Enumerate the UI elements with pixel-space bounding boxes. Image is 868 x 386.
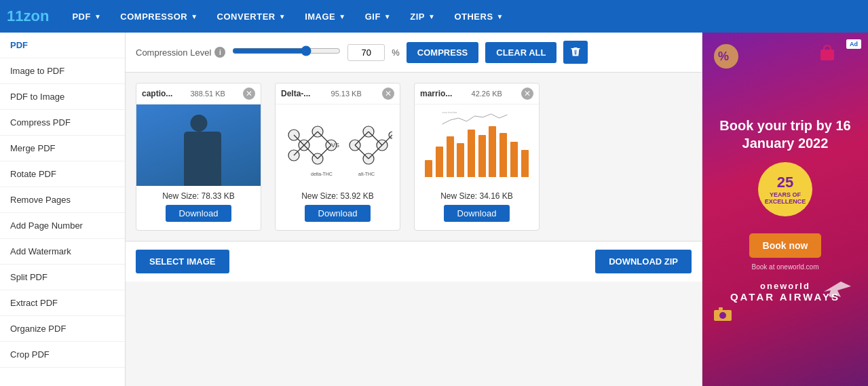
ad-years-text: YEARS OF EXCELLENCE bbox=[758, 191, 812, 205]
bottom-bar: SELECT IMAGE DOWNLOAD ZIP bbox=[126, 241, 702, 282]
svg-line-7 bbox=[318, 132, 331, 145]
sidebar-item-merge-pdf[interactable]: Merge PDF bbox=[0, 136, 125, 161]
sidebar-item-rotate-pdf[interactable]: Rotate PDF bbox=[0, 161, 125, 187]
file-size-0: 388.51 KB bbox=[190, 90, 225, 98]
svg-line-19 bbox=[369, 132, 382, 145]
thumb-molecule: VS bbox=[276, 104, 400, 186]
svg-point-30 bbox=[719, 312, 726, 319]
svg-line-21 bbox=[355, 145, 369, 159]
percent-icon: % bbox=[713, 43, 740, 70]
ad-panel: Ad % Book your trip by 16 January 2022 2… bbox=[702, 33, 868, 386]
compression-slider[interactable] bbox=[232, 45, 341, 56]
nav-compressor[interactable]: COMPRESSOR ▼ bbox=[111, 0, 207, 33]
toolbar: Compression Level i % COMPRESS CLEAR ALL bbox=[126, 33, 702, 73]
svg-text:delta-THC: delta-THC bbox=[311, 172, 333, 176]
download-btn-2[interactable]: Download bbox=[444, 205, 510, 222]
sidebar-item-split-pdf[interactable]: Split PDF bbox=[0, 265, 125, 290]
file-thumbnail-2: mario chart data bbox=[415, 104, 539, 186]
file-thumbnail-1: VS bbox=[276, 104, 400, 186]
file-header-1: Delta-... 95.13 KB ✕ bbox=[276, 83, 400, 104]
download-zip-button[interactable]: DOWNLOAD ZIP bbox=[595, 250, 692, 273]
select-image-button[interactable]: SELECT IMAGE bbox=[136, 250, 229, 273]
file-card-1: Delta-... 95.13 KB ✕ bbox=[275, 83, 400, 231]
nav-image[interactable]: IMAGE ▼ bbox=[295, 0, 356, 33]
file-size-1: 95.13 KB bbox=[331, 90, 362, 98]
nav-others[interactable]: OTHERS ▼ bbox=[445, 0, 513, 33]
sidebar-item-add-page-number[interactable]: Add Page Number bbox=[0, 213, 125, 239]
files-grid: captio... 388.51 KB ✕ N bbox=[136, 83, 692, 231]
trash-icon bbox=[570, 47, 581, 58]
download-btn-1[interactable]: Download bbox=[305, 205, 371, 222]
sidebar-item-organize-pdf[interactable]: Organize PDF bbox=[0, 316, 125, 342]
plane-icon bbox=[820, 278, 854, 302]
compress-button[interactable]: COMPRESS bbox=[407, 42, 478, 63]
close-btn-0[interactable]: ✕ bbox=[243, 88, 255, 100]
sidebar-item-crop-pdf[interactable]: Crop PDF bbox=[0, 342, 125, 368]
nav-converter-arrow: ▼ bbox=[279, 13, 286, 20]
percent-sign: % bbox=[392, 47, 400, 58]
sidebar-item-compress-pdf[interactable]: Compress PDF bbox=[0, 110, 125, 136]
file-name-2: marrio... bbox=[420, 89, 452, 98]
svg-text:%: % bbox=[718, 50, 729, 63]
camera-icon bbox=[713, 305, 733, 322]
thumb-person bbox=[136, 104, 261, 186]
nav-zip-arrow: ▼ bbox=[428, 13, 435, 20]
header: 11zon PDF ▼ COMPRESSOR ▼ CONVERTER ▼ IMA… bbox=[0, 0, 868, 33]
ad-content: Ad % Book your trip by 16 January 2022 2… bbox=[702, 33, 868, 386]
svg-line-8 bbox=[318, 145, 331, 159]
content-area: Compression Level i % COMPRESS CLEAR ALL bbox=[126, 33, 702, 386]
ad-years-badge: 25 YEARS OF EXCELLENCE bbox=[758, 162, 812, 216]
file-thumbnail-0 bbox=[136, 104, 261, 186]
logo[interactable]: 11zon bbox=[7, 7, 49, 25]
close-btn-2[interactable]: ✕ bbox=[521, 88, 533, 100]
nav-gif[interactable]: GIF ▼ bbox=[356, 0, 401, 33]
sidebar-item-image-to-pdf[interactable]: Image to PDF bbox=[0, 58, 125, 84]
file-size-2: 42.26 KB bbox=[472, 90, 502, 98]
scroll-content: captio... 388.51 KB ✕ N bbox=[126, 73, 702, 241]
info-icon[interactable]: i bbox=[214, 47, 225, 58]
nav-pdf-arrow: ▼ bbox=[94, 13, 101, 20]
logo-accent: o bbox=[31, 7, 39, 24]
nav-converter[interactable]: CONVERTER ▼ bbox=[208, 0, 296, 33]
bag-icon bbox=[817, 43, 837, 63]
sidebar-item-pdf-to-image[interactable]: PDF to Image bbox=[0, 84, 125, 110]
sidebar-item-remove-pages[interactable]: Remove Pages bbox=[0, 187, 125, 213]
sidebar-item-extract-pdf[interactable]: Extract PDF bbox=[0, 290, 125, 316]
svg-text:alt-THC: alt-THC bbox=[358, 172, 375, 176]
svg-line-6 bbox=[304, 132, 318, 145]
nav-pdf[interactable]: PDF ▼ bbox=[62, 0, 111, 33]
close-btn-1[interactable]: ✕ bbox=[382, 88, 394, 100]
ad-sub-text: Book at oneworld.com bbox=[752, 263, 819, 271]
compression-label: Compression Level i bbox=[136, 47, 225, 58]
trash-button[interactable] bbox=[563, 41, 588, 64]
logo-text-end: n bbox=[40, 7, 49, 24]
ad-book-button[interactable]: Book now bbox=[749, 233, 822, 258]
line-chart-svg: mario chart data bbox=[420, 110, 533, 126]
svg-rect-28 bbox=[820, 50, 834, 60]
main-nav: PDF ▼ COMPRESSOR ▼ CONVERTER ▼ IMAGE ▼ G… bbox=[62, 0, 513, 33]
logo-text-start: 11z bbox=[7, 7, 31, 24]
clear-all-button[interactable]: CLEAR ALL bbox=[485, 42, 556, 63]
svg-rect-31 bbox=[719, 307, 723, 310]
download-btn-0[interactable]: Download bbox=[166, 205, 232, 222]
svg-text:mario chart data: mario chart data bbox=[442, 111, 457, 114]
sidebar-item-pdf[interactable]: PDF bbox=[0, 33, 125, 58]
sidebar: PDF Image to PDF PDF to Image Compress P… bbox=[0, 33, 126, 386]
nav-compressor-arrow: ▼ bbox=[191, 13, 197, 20]
nav-zip[interactable]: ZIP ▼ bbox=[400, 0, 445, 33]
slider-container bbox=[232, 45, 341, 59]
file-new-size-1: New Size: 53.92 KB bbox=[276, 191, 400, 201]
files-area: captio... 388.51 KB ✕ N bbox=[126, 73, 702, 241]
ad-badge: Ad bbox=[846, 39, 861, 49]
nav-image-arrow: ▼ bbox=[339, 13, 345, 20]
svg-line-20 bbox=[369, 145, 382, 159]
nav-others-arrow: ▼ bbox=[497, 13, 504, 20]
ad-title: Book your trip by 16 January 2022 bbox=[716, 117, 854, 152]
svg-line-9 bbox=[304, 145, 318, 159]
file-card-0: captio... 388.51 KB ✕ N bbox=[136, 83, 261, 231]
file-name-0: captio... bbox=[142, 89, 172, 98]
compression-value-input[interactable] bbox=[347, 44, 385, 61]
sidebar-item-add-watermark[interactable]: Add Watermark bbox=[0, 239, 125, 265]
file-name-1: Delta-... bbox=[281, 89, 310, 98]
nav-gif-arrow: ▼ bbox=[384, 13, 391, 20]
